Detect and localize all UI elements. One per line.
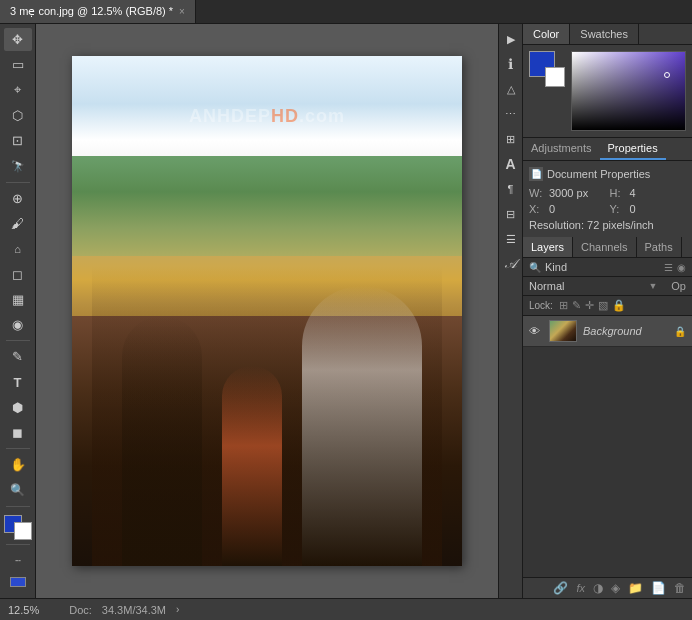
side-tool-list[interactable]: ☰	[501, 228, 521, 250]
opacity-label: Op	[671, 280, 686, 292]
x-value: 0	[549, 203, 606, 215]
kind-label: Kind	[545, 261, 660, 273]
side-tool-4[interactable]: ⋯	[501, 103, 521, 125]
color-gradient-picker[interactable]	[571, 51, 686, 131]
more-tools[interactable]: ···	[4, 549, 32, 572]
layer-visibility-eye[interactable]: 👁	[529, 325, 543, 337]
watermark: ANHDEPHD.com	[189, 106, 345, 127]
layers-panel-tabs: Layers Channels Paths	[523, 237, 692, 258]
status-arrow[interactable]: ›	[176, 604, 179, 615]
pen-tool[interactable]: ✎	[4, 345, 32, 368]
right-panel: Color Swatches	[522, 24, 692, 598]
marquee-tool[interactable]: ▭	[4, 53, 32, 76]
doc-props-icon: 📄	[529, 167, 543, 181]
watermark-part3: .com	[299, 106, 345, 126]
bg-color-swatch[interactable]	[545, 67, 565, 87]
y-label: Y:	[610, 203, 626, 215]
adj-prop-tabs: Adjustments Properties	[523, 138, 692, 161]
tab-layers[interactable]: Layers	[523, 237, 573, 257]
layer-background[interactable]: 👁 Background 🔒	[523, 316, 692, 347]
layers-bottom-bar: 🔗 fx ◑ ◈ 📁 📄 🗑	[523, 577, 692, 598]
adjustment-icon[interactable]: ◈	[611, 581, 620, 595]
add-mask-icon[interactable]: ◑	[593, 581, 603, 595]
zoom-tool[interactable]: 🔍	[4, 478, 32, 501]
tab-close-button[interactable]: ×	[179, 6, 185, 17]
new-group-icon[interactable]: 📁	[628, 581, 643, 595]
side-tool-type[interactable]: A	[501, 153, 521, 175]
layers-search-icon: 🔍	[529, 262, 541, 273]
path-select-tool[interactable]: ⬢	[4, 396, 32, 419]
layers-content: 🔍 Kind ☰ ◉ Normal ▼ Op Lock: ⊞ ✎	[523, 258, 692, 577]
x-label: X:	[529, 203, 545, 215]
brush-tool[interactable]: 🖌	[4, 212, 32, 235]
height-label: H:	[610, 187, 626, 199]
lock-image[interactable]: ✎	[572, 299, 581, 312]
lock-row: Lock: ⊞ ✎ ✛ ▧ 🔒	[523, 296, 692, 316]
width-label: W:	[529, 187, 545, 199]
quick-select-tool[interactable]: ⬡	[4, 104, 32, 127]
side-tool-2[interactable]: ℹ	[501, 53, 521, 75]
status-zoom: 12.5%	[8, 604, 39, 616]
spot-heal-tool[interactable]: ⊕	[4, 187, 32, 210]
lock-position[interactable]: ✛	[585, 299, 594, 312]
blend-opacity-row: Normal ▼ Op	[523, 277, 692, 296]
color-picker-cursor	[664, 72, 670, 78]
delete-layer-icon[interactable]: 🗑	[674, 581, 686, 595]
color-selector[interactable]	[4, 515, 32, 540]
crop-tool[interactable]: ⊡	[4, 129, 32, 152]
side-tool-grid[interactable]: ⊟	[501, 203, 521, 225]
watermark-hd: HD	[271, 106, 299, 126]
layers-filter-icon1[interactable]: ☰	[664, 262, 673, 273]
tab-properties[interactable]: Properties	[600, 138, 666, 160]
bottom-color[interactable]	[7, 574, 29, 590]
tab-color[interactable]: Color	[523, 24, 570, 44]
properties-panel: 📄 Document Properties W: 3000 px H: 4 X:…	[523, 161, 692, 237]
side-tool-paragraph[interactable]: ¶	[501, 178, 521, 200]
canvas-area: ANHDEPHD.com	[36, 24, 498, 598]
canvas-side-tools: ▶ ℹ △ ⋯ ⊞ A ¶ ⊟ ☰ 𝒜	[498, 24, 522, 598]
tab-paths[interactable]: Paths	[637, 237, 682, 257]
left-toolbar: ✥ ▭ ⌖ ⬡ ⊡ 🔭 ⊕ 🖌 ⌂ ◻ ▦ ◉ ✎ T ⬢ ◼ ✋ 🔍 ···	[0, 24, 36, 598]
doc-props-title: Document Properties	[547, 168, 650, 180]
background-color[interactable]	[14, 522, 32, 540]
lasso-tool[interactable]: ⌖	[4, 79, 32, 102]
active-tab[interactable]: 3 mẹ con.jpg @ 12.5% (RGB/8) * ×	[0, 0, 196, 23]
tab-swatches[interactable]: Swatches	[570, 24, 639, 44]
side-tool-5[interactable]: ⊞	[501, 128, 521, 150]
dodge-tool[interactable]: ◉	[4, 313, 32, 336]
lock-artboard[interactable]: ▧	[598, 299, 608, 312]
tab-adjustments[interactable]: Adjustments	[523, 138, 600, 160]
height-value: 4	[630, 187, 687, 199]
side-tool-1[interactable]: ▶	[501, 28, 521, 50]
layers-filter-icon2[interactable]: ◉	[677, 262, 686, 273]
color-picker	[523, 45, 692, 138]
lock-transparency[interactable]: ⊞	[559, 299, 568, 312]
shape-tool[interactable]: ◼	[4, 421, 32, 444]
lock-text: Lock:	[529, 300, 553, 311]
move-tool[interactable]: ✥	[4, 28, 32, 51]
eraser-tool[interactable]: ◻	[4, 262, 32, 285]
link-layers-icon[interactable]: 🔗	[553, 581, 568, 595]
tab-label: 3 mẹ con.jpg @ 12.5% (RGB/8) *	[10, 5, 173, 18]
status-bar: 12.5% Doc: 34.3M/34.3M ›	[0, 598, 692, 620]
gradient-tool[interactable]: ▦	[4, 288, 32, 311]
fx-icon[interactable]: fx	[576, 582, 585, 594]
tab-channels[interactable]: Channels	[573, 237, 636, 257]
eyedropper-tool[interactable]: 🔭	[4, 154, 32, 177]
layer-thumbnail	[549, 320, 577, 342]
canvas-wrapper: ANHDEPHD.com	[72, 56, 462, 566]
type-tool[interactable]: T	[4, 370, 32, 393]
new-layer-icon[interactable]: 📄	[651, 581, 666, 595]
lock-all[interactable]: 🔒	[612, 299, 626, 312]
width-value: 3000 px	[549, 187, 606, 199]
side-tool-3[interactable]: △	[501, 78, 521, 100]
blend-mode-arrow[interactable]: ▼	[648, 281, 657, 291]
clone-tool[interactable]: ⌂	[4, 237, 32, 260]
status-doc-label: Doc:	[69, 604, 92, 616]
side-tool-stylefont[interactable]: 𝒜	[501, 253, 521, 275]
hand-tool[interactable]: ✋	[4, 453, 32, 476]
canvas-image: ANHDEPHD.com	[72, 56, 462, 566]
color-swatches-tabs: Color Swatches	[523, 24, 692, 45]
fg-bg-color-boxes[interactable]	[529, 51, 565, 87]
status-doc-value: 34.3M/34.3M	[102, 604, 166, 616]
